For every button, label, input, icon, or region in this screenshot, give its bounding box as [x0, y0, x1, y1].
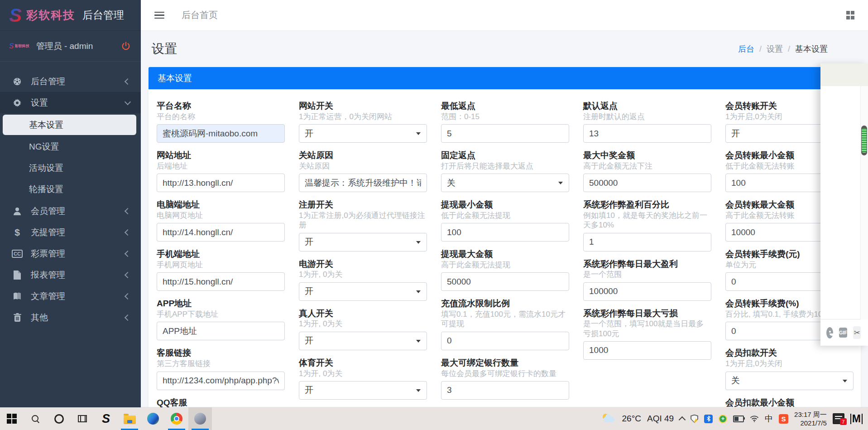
field-label: 电脑端地址 [157, 200, 285, 210]
weather-aqi[interactable]: AQI 49 [647, 414, 674, 424]
field-select[interactable]: 关 [441, 174, 569, 192]
weather-icon[interactable] [602, 414, 616, 424]
chevron-down-icon [416, 132, 421, 135]
wifi-icon[interactable] [750, 416, 759, 422]
field-input[interactable] [583, 341, 711, 360]
bluetooth-icon[interactable] [704, 415, 713, 423]
sidebar-subitem-label: 基本设置 [29, 119, 63, 131]
search-button[interactable] [24, 407, 47, 430]
sidebar-item[interactable]: 报表管理 [0, 264, 141, 285]
edge-button[interactable] [141, 407, 165, 430]
select-value: 开 [305, 236, 313, 248]
field-input[interactable] [299, 174, 427, 192]
field-input[interactable] [583, 282, 711, 301]
m-logo-icon[interactable]: M [850, 414, 863, 424]
scissors-icon[interactable]: ✂ [853, 326, 861, 339]
chat-widget-panel: GIF ✂ [820, 63, 868, 346]
topbar-home-link[interactable]: 后台首页 [182, 9, 218, 21]
field-hint: 第三方客服链接 [157, 359, 285, 368]
field-select[interactable]: 开 [299, 233, 427, 251]
tray-expand-icon[interactable] [679, 416, 686, 423]
field-label: 最低返点 [441, 101, 569, 111]
system-tray: 26°C AQI 49 + 中 S 23:17 周一 2021/7/5 7 M [602, 407, 868, 430]
sidebar-item[interactable]: 其他 [0, 307, 141, 328]
s-app-button[interactable]: S [94, 407, 118, 430]
ime-indicator[interactable]: 中 [765, 413, 773, 424]
field-select[interactable]: 开 [299, 381, 427, 400]
sidebar-subitem[interactable]: 轮播设置 [0, 179, 141, 199]
field-input[interactable] [441, 272, 569, 291]
chat-scrollbar-track[interactable] [860, 86, 868, 319]
field-select[interactable]: 开 [299, 332, 427, 350]
avatar-icon [194, 413, 206, 425]
form-column: 网站开关1为正常运营，0为关闭网站开关站原因关站原因注册开关1为正常注册,0为必… [299, 101, 427, 408]
field-input[interactable] [583, 233, 711, 251]
form-field: 电游开关1为开, 0为关开 [299, 259, 427, 301]
field-label: QQ客服 [157, 398, 285, 408]
sidebar-item[interactable]: 后台管理 [0, 71, 141, 92]
field-label: 客服链接 [157, 348, 285, 358]
s-app-icon: S [102, 413, 110, 425]
field-input[interactable] [157, 124, 285, 143]
dashboard-icon [11, 77, 24, 86]
admin-label: 管理员 - admin [36, 40, 120, 52]
field-input[interactable] [157, 174, 285, 192]
sidebar-subitem[interactable]: NG设置 [0, 136, 141, 157]
field-hint: 1为开, 0为关 [299, 369, 427, 378]
sidebar-item[interactable]: $充提管理 [0, 222, 141, 243]
logout-power-icon[interactable] [120, 40, 132, 52]
sidebar-item[interactable]: 设置 [0, 92, 141, 113]
notification-center-icon[interactable]: 7 [833, 413, 844, 424]
sidebar-item[interactable]: 文章管理 [0, 285, 141, 307]
field-hint: 注册时默认的返点 [583, 112, 711, 121]
field-input[interactable] [157, 322, 285, 340]
field-select[interactable]: 关 [725, 372, 854, 390]
field-input[interactable] [583, 174, 711, 192]
sidebar-subitem[interactable]: 活动设置 [0, 158, 141, 178]
breadcrumb-home[interactable]: 后台 [738, 43, 754, 54]
field-select[interactable]: 开 [299, 124, 427, 143]
form-field: 会员扣款最小金额 [725, 398, 854, 408]
hamburger-menu-icon[interactable] [154, 10, 164, 21]
security-shield-icon[interactable] [691, 415, 698, 423]
chat-scrollbar-thumb[interactable] [861, 126, 867, 155]
emoji-icon[interactable] [826, 327, 833, 338]
sidebar-item[interactable]: CC彩票管理 [0, 243, 141, 264]
field-input[interactable] [583, 124, 711, 143]
field-hint: 例如填10，就是每天的奖池比之前一天多10% [583, 211, 711, 230]
field-input[interactable] [157, 272, 285, 291]
taskbar: S 26°C AQI 49 + 中 S 23:17 周一 2021/7 [0, 407, 868, 430]
logo-bar: S 彩软科技 后台管理 [0, 0, 141, 31]
antivirus-icon[interactable]: + [719, 415, 727, 423]
field-input[interactable] [441, 124, 569, 143]
field-input[interactable] [441, 381, 569, 400]
sidebar-item[interactable]: 会员管理 [0, 200, 141, 222]
breadcrumb-settings[interactable]: 设置 [767, 43, 783, 54]
avatar-app-button[interactable] [188, 407, 212, 430]
field-input[interactable] [157, 372, 285, 390]
grid-apps-icon[interactable] [846, 11, 855, 19]
task-view-icon [78, 415, 87, 422]
battery-icon[interactable] [733, 416, 744, 422]
sidebar-item-label: 设置 [31, 97, 48, 109]
weather-temp[interactable]: 26°C [622, 414, 641, 424]
sidebar-subitem[interactable]: 基本设置 [3, 115, 136, 135]
field-label: 提现最小金额 [441, 200, 569, 210]
field-select[interactable]: 开 [299, 282, 427, 301]
sogou-icon[interactable]: S [779, 414, 788, 424]
card-header: 基本设置 [149, 67, 861, 89]
cortana-button[interactable] [47, 407, 71, 430]
task-view-button[interactable] [71, 407, 94, 430]
field-input[interactable] [441, 332, 569, 350]
gif-icon[interactable]: GIF [839, 328, 847, 338]
field-input[interactable] [157, 223, 285, 242]
field-input[interactable] [441, 223, 569, 242]
taskbar-clock[interactable]: 23:17 周一 2021/7/5 [794, 410, 827, 428]
start-button[interactable] [0, 407, 24, 430]
field-hint: 关站原因 [299, 161, 427, 171]
chrome-button[interactable] [165, 407, 188, 430]
select-value: 开 [305, 285, 313, 297]
file-explorer-button[interactable] [118, 407, 141, 430]
field-label: 提现最大金额 [441, 249, 569, 259]
form-field: 注册开关1为正常注册,0为必须通过代理链接注册开 [299, 200, 427, 251]
